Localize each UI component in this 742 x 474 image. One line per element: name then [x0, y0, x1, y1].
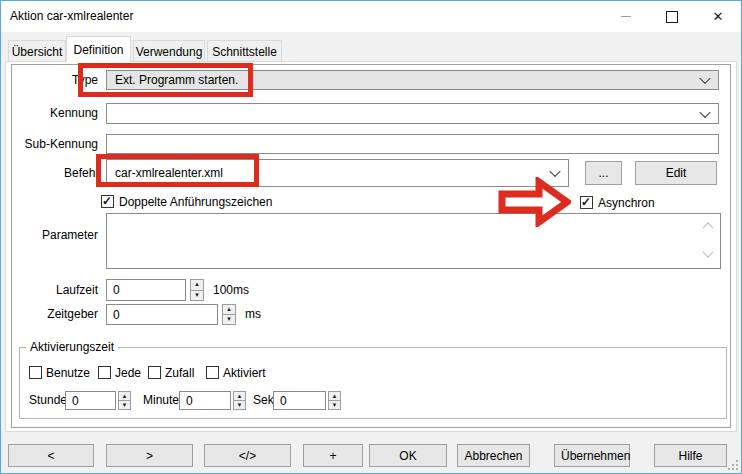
dialog-window: Aktion car-xmlrealenter ✕ Übersicht Defi… [0, 0, 742, 474]
spinner-down-icon[interactable]: ▼ [222, 315, 236, 325]
zeitgeber-input[interactable] [106, 304, 218, 325]
sek-input[interactable] [273, 391, 326, 410]
uebernehmen-button[interactable]: Übernehmen [554, 444, 630, 467]
minute-spinner: ▲ ▼ [233, 391, 246, 410]
nav-back-button[interactable]: < [8, 444, 94, 467]
spinner-up-icon[interactable]: ▲ [328, 391, 341, 401]
tab-schnittstelle[interactable]: Schnittstelle [207, 40, 282, 62]
scroll-down-icon[interactable] [702, 246, 713, 257]
sub-kennung-label: Sub-Kennung [8, 134, 98, 154]
befehl-select[interactable]: car-xmlrealenter.xml [106, 159, 569, 187]
chevron-down-icon [699, 73, 710, 84]
laufzeit-input[interactable] [106, 279, 186, 301]
spinner-down-icon[interactable]: ▼ [118, 401, 131, 410]
laufzeit-unit: 100ms [213, 279, 249, 301]
edit-button[interactable]: Edit [635, 161, 717, 185]
titlebar: Aktion car-xmlrealenter ✕ [1, 1, 741, 32]
minute-label: Minute [143, 391, 179, 410]
zufall-label: Zufall [165, 366, 194, 380]
aktiviert-label: Aktiviert [223, 366, 266, 380]
add-button[interactable]: + [303, 444, 363, 467]
spinner-up-icon[interactable]: ▲ [233, 391, 246, 401]
spinner-down-icon[interactable]: ▼ [328, 401, 341, 410]
kennung-select[interactable] [106, 103, 719, 124]
sub-kennung-input[interactable] [106, 134, 719, 154]
befehl-label: Befehl [8, 159, 98, 187]
maximize-button[interactable] [649, 1, 695, 32]
nav-forward-button[interactable]: > [106, 444, 193, 467]
parameter-label: Parameter [8, 213, 98, 257]
spinner-up-icon[interactable]: ▲ [190, 279, 204, 291]
benutze-label: Benutze [46, 366, 90, 380]
aktivierungszeit-title: Aktivierungszeit [26, 340, 118, 354]
asynchron-checkbox[interactable] [580, 196, 593, 209]
chevron-down-icon [549, 166, 560, 177]
minimize-button[interactable] [603, 1, 649, 32]
benutze-checkbox[interactable] [29, 366, 42, 379]
stunde-spinner: ▲ ▼ [118, 391, 131, 410]
type-select[interactable]: Ext. Programm starten. [106, 70, 719, 90]
spinner-down-icon[interactable]: ▼ [233, 401, 246, 410]
ok-button[interactable]: OK [369, 444, 447, 467]
doppelte-checkbox[interactable] [101, 195, 114, 208]
close-icon: ✕ [713, 10, 724, 23]
doppelte-label: Doppelte Anführungszeichen [119, 195, 272, 209]
zeitgeber-spinner: ▲ ▼ [222, 304, 236, 325]
hilfe-button[interactable]: Hilfe [654, 444, 727, 467]
type-label: Type [8, 70, 98, 90]
zufall-checkbox[interactable] [148, 366, 161, 379]
tab-verwendung[interactable]: Verwendung [133, 40, 205, 62]
tab-bar: Übersicht Definition Verwendung Schnitts… [1, 32, 741, 62]
chevron-down-icon [699, 106, 710, 117]
sek-spinner: ▲ ▼ [328, 391, 341, 410]
tab-definition[interactable]: Definition [66, 36, 131, 62]
spinner-up-icon[interactable]: ▲ [118, 391, 131, 401]
stunde-label: Stunde [29, 391, 67, 410]
minute-input[interactable] [179, 391, 231, 410]
parameter-textarea[interactable] [106, 213, 721, 269]
jede-checkbox[interactable] [98, 366, 111, 379]
spinner-down-icon[interactable]: ▼ [190, 291, 204, 302]
befehl-value: car-xmlrealenter.xml [115, 166, 223, 180]
browse-button[interactable]: ... [585, 161, 622, 185]
jede-label: Jede [115, 366, 141, 380]
spinner-up-icon[interactable]: ▲ [222, 304, 236, 315]
resize-grip[interactable] [727, 459, 738, 470]
laufzeit-label: Laufzeit [8, 279, 98, 301]
stunde-input[interactable] [65, 391, 116, 410]
asynchron-label: Asynchron [598, 196, 655, 210]
close-button[interactable]: ✕ [695, 1, 741, 32]
abbrechen-button[interactable]: Abbrechen [457, 444, 530, 467]
kennung-label: Kennung [8, 103, 98, 124]
window-title: Aktion car-xmlrealenter [10, 1, 133, 32]
minimize-icon [621, 16, 631, 17]
type-value: Ext. Programm starten. [115, 73, 238, 87]
scroll-up-icon[interactable] [702, 222, 713, 233]
tab-uebersicht[interactable]: Übersicht [8, 40, 66, 62]
code-view-button[interactable]: </> [204, 444, 291, 467]
zeitgeber-unit: ms [245, 304, 261, 325]
maximize-icon [666, 11, 678, 23]
laufzeit-spinner: ▲ ▼ [190, 279, 204, 301]
zeitgeber-label: Zeitgeber [8, 304, 98, 325]
aktiviert-checkbox[interactable] [206, 366, 219, 379]
